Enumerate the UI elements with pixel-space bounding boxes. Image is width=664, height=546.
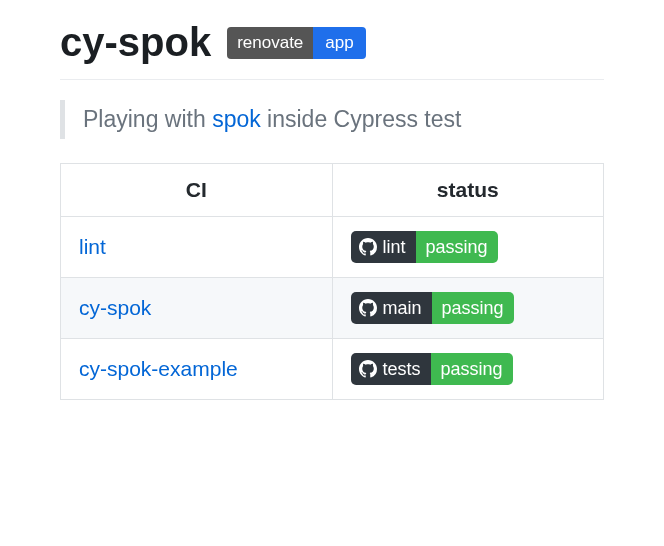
table-header-ci: CI (61, 164, 333, 217)
ci-status-table: CI status lint lint passing cy-spok (60, 163, 604, 400)
blockquote-text-before: Playing with (83, 106, 212, 132)
table-header-status: status (332, 164, 604, 217)
ci-link[interactable]: lint (79, 235, 106, 258)
table-row: lint lint passing (61, 217, 604, 278)
status-badge-left: tests (351, 353, 431, 385)
status-badge-status: passing (431, 353, 513, 385)
renovate-badge-right: app (313, 27, 365, 59)
status-badge-label: main (383, 298, 422, 319)
github-icon (359, 238, 377, 256)
readme-header: cy-spok renovate app (60, 20, 604, 80)
description-blockquote: Playing with spok inside Cypress test (60, 100, 604, 139)
spok-link[interactable]: spok (212, 106, 261, 132)
status-badge-left: main (351, 292, 432, 324)
status-badge-left: lint (351, 231, 416, 263)
ci-link[interactable]: cy-spok (79, 296, 151, 319)
page-title: cy-spok (60, 20, 211, 65)
github-icon (359, 299, 377, 317)
table-row: cy-spok-example tests passing (61, 339, 604, 400)
github-icon (359, 360, 377, 378)
status-badge-label: tests (383, 359, 421, 380)
renovate-badge[interactable]: renovate app (227, 27, 366, 59)
status-badge-status: passing (432, 292, 514, 324)
status-badge[interactable]: main passing (351, 292, 514, 324)
status-badge-label: lint (383, 237, 406, 258)
status-badge-status: passing (416, 231, 498, 263)
ci-link[interactable]: cy-spok-example (79, 357, 238, 380)
status-badge[interactable]: lint passing (351, 231, 498, 263)
table-row: cy-spok main passing (61, 278, 604, 339)
renovate-badge-left: renovate (227, 27, 313, 59)
status-badge[interactable]: tests passing (351, 353, 513, 385)
blockquote-text-after: inside Cypress test (261, 106, 462, 132)
